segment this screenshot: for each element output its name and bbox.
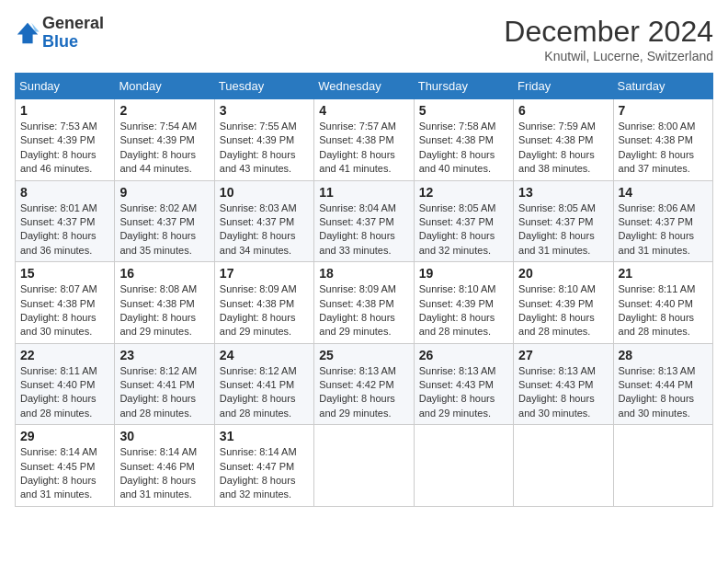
calendar-table: SundayMondayTuesdayWednesdayThursdayFrid… <box>15 73 713 507</box>
day-detail: Sunrise: 8:05 AMSunset: 4:37 PMDaylight:… <box>419 201 508 259</box>
day-number: 16 <box>119 266 209 281</box>
day-detail: Sunrise: 8:13 AMSunset: 4:43 PMDaylight:… <box>518 364 608 421</box>
day-number: 2 <box>119 103 209 118</box>
day-number: 20 <box>518 266 608 281</box>
day-number: 7 <box>619 103 708 118</box>
calendar-day-cell: 21Sunrise: 8:11 AMSunset: 4:40 PMDayligh… <box>613 262 712 344</box>
day-number: 23 <box>119 348 209 362</box>
calendar-day-cell: 6Sunrise: 7:59 AMSunset: 4:38 PMDaylight… <box>514 99 613 181</box>
calendar-day-header: Thursday <box>414 74 513 99</box>
day-number: 29 <box>20 429 109 443</box>
calendar-day-cell <box>414 425 513 507</box>
calendar-week-row: 15Sunrise: 8:07 AMSunset: 4:38 PMDayligh… <box>16 262 713 344</box>
day-detail: Sunrise: 8:00 AMSunset: 4:38 PMDaylight:… <box>619 120 708 177</box>
calendar-week-row: 8Sunrise: 8:01 AMSunset: 4:37 PMDaylight… <box>16 180 713 262</box>
calendar-day-cell: 31Sunrise: 8:14 AMSunset: 4:47 PMDayligh… <box>214 425 313 507</box>
day-detail: Sunrise: 7:59 AMSunset: 4:38 PMDaylight:… <box>518 120 608 177</box>
calendar-day-cell: 29Sunrise: 8:14 AMSunset: 4:45 PMDayligh… <box>16 425 115 507</box>
day-detail: Sunrise: 8:14 AMSunset: 4:46 PMDaylight:… <box>119 445 209 502</box>
calendar-header-row: SundayMondayTuesdayWednesdayThursdayFrid… <box>16 74 713 99</box>
day-number: 18 <box>319 266 408 281</box>
calendar-day-cell: 30Sunrise: 8:14 AMSunset: 4:46 PMDayligh… <box>115 425 214 507</box>
day-number: 11 <box>319 185 408 200</box>
day-detail: Sunrise: 8:06 AMSunset: 4:37 PMDaylight:… <box>619 201 708 259</box>
calendar-day-cell <box>613 425 712 507</box>
calendar-day-cell: 2Sunrise: 7:54 AMSunset: 4:39 PMDaylight… <box>115 99 214 181</box>
day-detail: Sunrise: 8:11 AMSunset: 4:40 PMDaylight:… <box>20 364 109 421</box>
calendar-day-cell: 23Sunrise: 8:12 AMSunset: 4:41 PMDayligh… <box>115 343 214 425</box>
calendar-day-cell: 13Sunrise: 8:05 AMSunset: 4:37 PMDayligh… <box>514 180 613 262</box>
day-number: 17 <box>220 266 309 281</box>
day-number: 27 <box>518 348 608 362</box>
logo-text: General Blue <box>42 15 104 52</box>
calendar-day-cell: 4Sunrise: 7:57 AMSunset: 4:38 PMDaylight… <box>314 99 414 181</box>
day-detail: Sunrise: 8:01 AMSunset: 4:37 PMDaylight:… <box>20 201 109 259</box>
day-detail: Sunrise: 7:57 AMSunset: 4:38 PMDaylight:… <box>319 120 408 177</box>
title-block: December 2024 Knutwil, Lucerne, Switzerl… <box>504 15 713 63</box>
calendar-day-cell <box>514 425 613 507</box>
calendar-day-cell: 10Sunrise: 8:03 AMSunset: 4:37 PMDayligh… <box>214 180 313 262</box>
day-detail: Sunrise: 7:55 AMSunset: 4:39 PMDaylight:… <box>220 120 309 177</box>
day-number: 8 <box>20 185 109 200</box>
calendar-week-row: 22Sunrise: 8:11 AMSunset: 4:40 PMDayligh… <box>16 343 713 425</box>
calendar-day-cell: 16Sunrise: 8:08 AMSunset: 4:38 PMDayligh… <box>115 262 214 344</box>
calendar-day-header: Saturday <box>613 74 712 99</box>
calendar-day-cell: 11Sunrise: 8:04 AMSunset: 4:37 PMDayligh… <box>314 180 414 262</box>
calendar-day-cell: 20Sunrise: 8:10 AMSunset: 4:39 PMDayligh… <box>514 262 613 344</box>
day-detail: Sunrise: 7:53 AMSunset: 4:39 PMDaylight:… <box>20 120 109 177</box>
calendar-day-cell: 22Sunrise: 8:11 AMSunset: 4:40 PMDayligh… <box>16 343 115 425</box>
calendar-day-cell: 12Sunrise: 8:05 AMSunset: 4:37 PMDayligh… <box>414 180 513 262</box>
day-detail: Sunrise: 8:09 AMSunset: 4:38 PMDaylight:… <box>319 282 408 339</box>
calendar-day-cell: 24Sunrise: 8:12 AMSunset: 4:41 PMDayligh… <box>214 343 313 425</box>
calendar-day-cell: 18Sunrise: 8:09 AMSunset: 4:38 PMDayligh… <box>314 262 414 344</box>
day-number: 6 <box>518 103 608 118</box>
calendar-day-cell: 27Sunrise: 8:13 AMSunset: 4:43 PMDayligh… <box>514 343 613 425</box>
day-detail: Sunrise: 8:03 AMSunset: 4:37 PMDaylight:… <box>220 201 309 259</box>
calendar-day-cell: 8Sunrise: 8:01 AMSunset: 4:37 PMDaylight… <box>16 180 115 262</box>
calendar-day-header: Friday <box>514 74 613 99</box>
day-number: 31 <box>220 429 309 443</box>
day-number: 4 <box>319 103 408 118</box>
day-detail: Sunrise: 7:58 AMSunset: 4:38 PMDaylight:… <box>419 120 508 177</box>
day-number: 21 <box>619 266 708 281</box>
day-detail: Sunrise: 7:54 AMSunset: 4:39 PMDaylight:… <box>119 120 209 177</box>
day-number: 13 <box>518 185 608 200</box>
day-number: 10 <box>220 185 309 200</box>
day-detail: Sunrise: 8:05 AMSunset: 4:37 PMDaylight:… <box>518 201 608 259</box>
day-detail: Sunrise: 8:10 AMSunset: 4:39 PMDaylight:… <box>518 282 608 339</box>
day-number: 5 <box>419 103 508 118</box>
day-number: 1 <box>20 103 109 118</box>
day-number: 14 <box>619 185 708 200</box>
calendar-day-cell: 17Sunrise: 8:09 AMSunset: 4:38 PMDayligh… <box>214 262 313 344</box>
day-number: 24 <box>220 348 309 362</box>
day-detail: Sunrise: 8:11 AMSunset: 4:40 PMDaylight:… <box>619 282 708 339</box>
calendar-day-cell: 25Sunrise: 8:13 AMSunset: 4:42 PMDayligh… <box>314 343 414 425</box>
page-header: General Blue December 2024 Knutwil, Luce… <box>15 15 713 63</box>
day-detail: Sunrise: 8:13 AMSunset: 4:43 PMDaylight:… <box>419 364 508 421</box>
day-detail: Sunrise: 8:04 AMSunset: 4:37 PMDaylight:… <box>319 201 408 259</box>
location-subtitle: Knutwil, Lucerne, Switzerland <box>504 49 713 63</box>
logo: General Blue <box>15 15 104 52</box>
day-detail: Sunrise: 8:12 AMSunset: 4:41 PMDaylight:… <box>119 364 209 421</box>
calendar-day-cell: 26Sunrise: 8:13 AMSunset: 4:43 PMDayligh… <box>414 343 513 425</box>
day-detail: Sunrise: 8:13 AMSunset: 4:44 PMDaylight:… <box>619 364 708 421</box>
calendar-day-cell: 14Sunrise: 8:06 AMSunset: 4:37 PMDayligh… <box>613 180 712 262</box>
day-number: 26 <box>419 348 508 362</box>
day-number: 22 <box>20 348 109 362</box>
calendar-week-row: 1Sunrise: 7:53 AMSunset: 4:39 PMDaylight… <box>16 99 713 181</box>
day-detail: Sunrise: 8:02 AMSunset: 4:37 PMDaylight:… <box>119 201 209 259</box>
day-number: 12 <box>419 185 508 200</box>
calendar-day-header: Sunday <box>16 74 115 99</box>
calendar-day-cell: 28Sunrise: 8:13 AMSunset: 4:44 PMDayligh… <box>613 343 712 425</box>
day-detail: Sunrise: 8:07 AMSunset: 4:38 PMDaylight:… <box>20 282 109 339</box>
day-detail: Sunrise: 8:14 AMSunset: 4:47 PMDaylight:… <box>220 445 309 502</box>
day-number: 19 <box>419 266 508 281</box>
day-number: 28 <box>619 348 708 362</box>
day-detail: Sunrise: 8:13 AMSunset: 4:42 PMDaylight:… <box>319 364 408 421</box>
day-number: 3 <box>220 103 309 118</box>
calendar-day-cell: 9Sunrise: 8:02 AMSunset: 4:37 PMDaylight… <box>115 180 214 262</box>
day-detail: Sunrise: 8:10 AMSunset: 4:39 PMDaylight:… <box>419 282 508 339</box>
svg-marker-0 <box>17 23 38 43</box>
day-number: 9 <box>119 185 209 200</box>
day-detail: Sunrise: 8:12 AMSunset: 4:41 PMDaylight:… <box>220 364 309 421</box>
